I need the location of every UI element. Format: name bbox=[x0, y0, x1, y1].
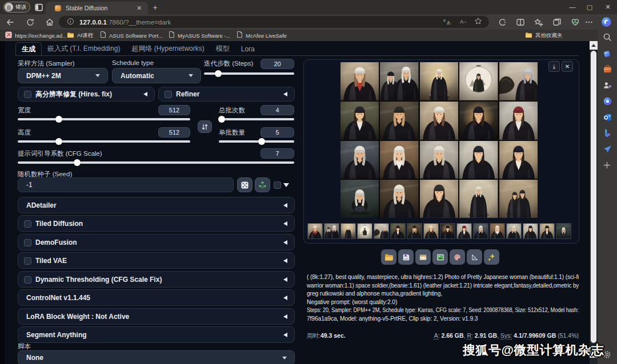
address-bar[interactable]: 127.0.0.1:7860/?__theme=dark aあ A bbox=[59, 16, 489, 28]
gallery-image[interactable] bbox=[459, 180, 498, 218]
sampler-dropdown[interactable]: DPM++ 2M bbox=[18, 68, 108, 83]
batch-count-input[interactable]: 4 bbox=[261, 105, 294, 115]
gallery-image[interactable] bbox=[340, 102, 379, 140]
width-slider-handle[interactable] bbox=[55, 116, 62, 123]
seed-input[interactable]: -1 bbox=[18, 177, 234, 192]
save-button[interactable] bbox=[398, 249, 414, 265]
profile-button[interactable]: 错误 bbox=[3, 2, 30, 13]
batch-size-slider-handle[interactable] bbox=[258, 138, 265, 145]
batch-count-slider-handle[interactable] bbox=[218, 116, 225, 123]
outlook-icon[interactable] bbox=[603, 112, 612, 122]
send-to-extras-button[interactable] bbox=[467, 249, 482, 265]
gallery-thumbnail[interactable] bbox=[506, 223, 522, 239]
save-zip-button[interactable] bbox=[415, 249, 431, 265]
office-icon[interactable] bbox=[603, 64, 612, 74]
bookmark-item[interactable]: ASUS Software Port... bbox=[100, 31, 163, 39]
accordion-segment-anything[interactable]: Segment Anything bbox=[18, 326, 295, 343]
tab-lora[interactable]: Lora bbox=[235, 42, 261, 55]
accordion-adetailer[interactable]: ADetailer bbox=[18, 197, 295, 213]
send-to-img2img-button[interactable] bbox=[432, 249, 448, 265]
site-info-icon[interactable] bbox=[67, 17, 74, 27]
gallery-image[interactable] bbox=[420, 180, 458, 218]
settings-icon[interactable] bbox=[603, 350, 612, 360]
random-seed-button[interactable] bbox=[237, 177, 253, 192]
bookmark-item[interactable]: McAfee LiveSafe bbox=[237, 31, 287, 39]
other-favorites-button[interactable]: 其他收藏夹 bbox=[525, 31, 563, 39]
reuse-seed-button[interactable] bbox=[255, 177, 270, 192]
scrollbar-thumb[interactable] bbox=[591, 51, 596, 343]
back-icon[interactable] bbox=[6, 18, 15, 27]
browser-tab[interactable]: Stable Diffusion ✕ bbox=[46, 2, 148, 14]
accordion-demofusion[interactable]: DemoFusion bbox=[18, 234, 295, 250]
split-screen-icon[interactable] bbox=[516, 18, 525, 27]
gallery-thumbnail[interactable] bbox=[556, 223, 571, 239]
accordion-checkbox[interactable] bbox=[24, 239, 31, 246]
refresh-icon[interactable] bbox=[26, 18, 35, 27]
hires-fix-checkbox[interactable] bbox=[24, 91, 31, 98]
browser-essentials-icon[interactable] bbox=[571, 18, 580, 27]
window-close-button[interactable]: ✕ bbox=[600, 0, 616, 14]
vertical-tabs-icon[interactable] bbox=[34, 3, 43, 11]
gallery-image[interactable] bbox=[420, 102, 458, 140]
favorite-star-icon[interactable] bbox=[474, 17, 482, 27]
gallery-thumbnail[interactable] bbox=[473, 223, 488, 239]
gallery-thumbnail[interactable] bbox=[390, 223, 406, 239]
gallery-image[interactable] bbox=[459, 102, 498, 140]
cfg-input[interactable]: 7 bbox=[261, 148, 294, 159]
gallery-image[interactable] bbox=[499, 141, 538, 179]
window-minimize-button[interactable]: — bbox=[564, 0, 580, 14]
tab-checkpoints[interactable]: 模型 bbox=[210, 42, 235, 55]
gallery-image[interactable] bbox=[499, 180, 538, 218]
scrollbar-up-button[interactable] bbox=[590, 41, 598, 50]
extra-seed-checkbox[interactable] bbox=[274, 181, 281, 189]
upscale-button[interactable] bbox=[484, 249, 499, 265]
gallery-image[interactable] bbox=[340, 62, 379, 100]
schedule-dropdown[interactable]: Automatic bbox=[112, 68, 201, 83]
translate-icon[interactable]: aあ bbox=[443, 17, 451, 27]
gallery-thumbnail[interactable] bbox=[523, 223, 538, 239]
refiner-accordion[interactable]: Refiner bbox=[158, 87, 295, 102]
accordion-controlnet-v1-1-445[interactable]: ControlNet v1.1.445 bbox=[18, 289, 295, 306]
copilot-icon[interactable] bbox=[601, 17, 612, 27]
gallery-thumbnail[interactable] bbox=[357, 223, 372, 239]
favorites-icon[interactable] bbox=[534, 18, 543, 27]
tab-close-icon[interactable]: ✕ bbox=[135, 4, 143, 13]
gallery-image[interactable] bbox=[459, 141, 498, 179]
height-input[interactable]: 512 bbox=[158, 127, 190, 137]
gallery-image[interactable] bbox=[420, 141, 458, 179]
cfg-slider-track[interactable] bbox=[18, 161, 294, 164]
gallery-thumbnail[interactable] bbox=[539, 223, 555, 239]
gallery-thumbnail[interactable] bbox=[423, 223, 439, 239]
tab-generation[interactable]: 生成 bbox=[15, 42, 42, 55]
collections-icon[interactable] bbox=[552, 18, 562, 27]
steps-input[interactable]: 20 bbox=[261, 59, 294, 69]
gallery-image[interactable] bbox=[499, 102, 538, 140]
new-tab-button[interactable]: + bbox=[151, 3, 159, 12]
gallery-thumbnail[interactable] bbox=[340, 223, 356, 239]
gallery-grid-image[interactable] bbox=[340, 62, 538, 218]
download-image-button[interactable]: ⤓ bbox=[548, 61, 560, 72]
window-maximize-button[interactable]: ▢ bbox=[582, 0, 598, 14]
accordion-dynamic-thresholding-cfg-scale-fix[interactable]: Dynamic Thresholding (CFG Scale Fix) bbox=[18, 271, 295, 288]
bookmark-item[interactable]: MyASUS Software -... bbox=[169, 31, 230, 39]
bookmark-item[interactable]: https://exchange.ad... bbox=[5, 31, 67, 39]
designer-icon[interactable] bbox=[603, 96, 612, 106]
gallery-image[interactable] bbox=[380, 102, 418, 140]
gallery-image[interactable] bbox=[380, 180, 418, 218]
gallery-image[interactable] bbox=[340, 141, 379, 179]
accordion-lora-block-weight-not-active[interactable]: LoRA Block Weight : Not Active bbox=[18, 308, 295, 325]
accordion-checkbox[interactable] bbox=[24, 257, 31, 265]
send-to-inpaint-button[interactable] bbox=[450, 249, 465, 265]
tab-ti-embedding[interactable]: 嵌入式 (T.I. Embedding) bbox=[42, 42, 126, 55]
workspaces-icon[interactable] bbox=[603, 48, 612, 58]
gallery-image[interactable] bbox=[459, 62, 498, 100]
gallery-thumbnail[interactable] bbox=[456, 223, 472, 239]
swap-dimensions-button[interactable] bbox=[198, 120, 212, 133]
gallery-thumbnail[interactable] bbox=[307, 223, 323, 239]
height-slider-handle[interactable] bbox=[55, 138, 62, 145]
drop-icon[interactable] bbox=[603, 144, 612, 154]
gallery-thumbnail[interactable] bbox=[490, 223, 505, 239]
gallery-thumbnail[interactable] bbox=[374, 223, 389, 239]
accordion-tiled-diffusion[interactable]: Tiled Diffusion bbox=[18, 215, 295, 232]
cfg-slider-handle[interactable] bbox=[74, 159, 81, 166]
